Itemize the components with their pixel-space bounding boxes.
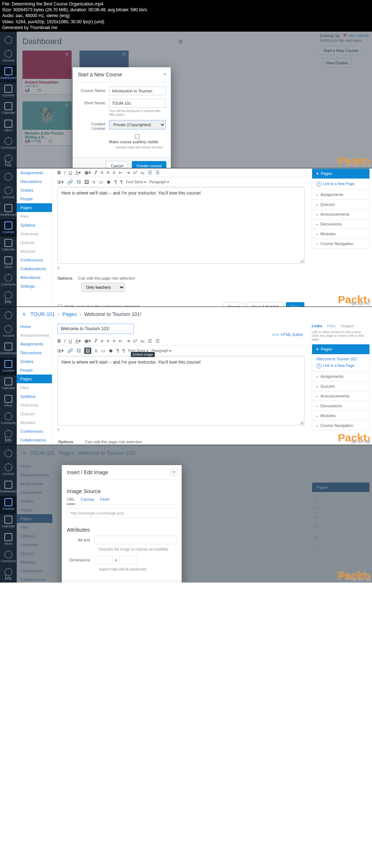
bgcolor-icon[interactable]: ▣▾ — [84, 338, 91, 344]
rhs-page-link[interactable]: Welcome to Tourism 101! — [316, 357, 365, 361]
coursenav-collaborations[interactable]: Collaborations — [17, 264, 52, 273]
outdent-icon[interactable]: ⇤ — [119, 170, 123, 175]
rhs-tab-images[interactable]: Images — [341, 324, 354, 328]
close-icon[interactable]: × — [163, 71, 166, 77]
navrail-account[interactable]: Account — [0, 461, 17, 479]
html-editor-link[interactable]: HTML Editor — [272, 332, 303, 337]
cancel-button[interactable]: Cancel — [106, 161, 128, 168]
rhs-tab-links[interactable]: Links — [312, 324, 322, 328]
link-new-page[interactable]: Link to a New Page — [323, 364, 355, 368]
rhs-row-announcements[interactable]: Announcements — [312, 209, 369, 219]
height-input[interactable] — [119, 556, 137, 564]
navrail-dashboard[interactable]: Dashboard — [0, 202, 17, 219]
close-icon[interactable]: × — [171, 469, 177, 475]
sub-icon[interactable]: x₂ — [141, 170, 145, 175]
navrail-calendar[interactable]: Calendar — [0, 375, 17, 393]
rtl-icon[interactable]: ¶ — [122, 348, 125, 353]
indent-icon[interactable]: ⇥ — [126, 170, 130, 175]
width-input[interactable] — [94, 556, 113, 564]
coursenav-files[interactable]: Files — [17, 212, 52, 221]
align-left-icon[interactable]: ≡ — [101, 170, 104, 175]
rhs-pages-header[interactable]: Pages — [321, 171, 332, 176]
font-size-select[interactable]: Font Sizes ▾ — [126, 180, 146, 184]
unlink-icon[interactable]: ⛓ — [76, 179, 81, 185]
rhs-row-quizzes[interactable]: Quizzes — [312, 381, 369, 391]
coursenav-pages[interactable]: Pages — [17, 375, 52, 383]
outdent-icon[interactable]: ⇤ — [119, 338, 123, 344]
navrail-courses[interactable]: Courses — [0, 83, 17, 100]
rhs-row-assignments[interactable]: Assignments — [312, 189, 369, 199]
coursenav-assignments[interactable]: Assignments — [17, 340, 52, 348]
coursenav-syllabus[interactable]: Syllabus — [17, 392, 52, 401]
table-icon[interactable]: ⊞▾ — [57, 348, 64, 353]
coursenav-discussions[interactable]: Discussions — [17, 348, 52, 357]
italic-icon[interactable]: I — [64, 338, 65, 344]
public-checkbox[interactable]: Make course publicly visible — [109, 135, 166, 144]
coursenav-settings[interactable]: Settings — [17, 282, 52, 291]
coursenav-quizzes[interactable]: Quizzes — [17, 409, 52, 418]
align-center-icon[interactable]: ≡ — [107, 170, 110, 175]
coursenav-modules[interactable]: Modules — [17, 247, 52, 256]
navrail-inbox[interactable]: Inbox — [0, 531, 17, 548]
coursenav-announcements[interactable]: Announcements — [17, 331, 52, 340]
navrail-calendar[interactable]: Calendar — [0, 513, 17, 531]
coursenav-quizzes[interactable]: Quizzes — [17, 238, 52, 247]
bold-icon[interactable]: B — [57, 338, 61, 344]
numbers-icon[interactable]: ☰ — [155, 170, 160, 175]
equation-icon[interactable]: π — [92, 179, 96, 185]
navrail-collapse[interactable]: |← — [0, 159, 17, 166]
indent-icon[interactable]: ⇥ — [126, 338, 130, 344]
navrail-commons[interactable]: Commons — [0, 272, 17, 289]
license-select[interactable]: Private (Copyrighted) — [109, 120, 166, 129]
course-name-input[interactable] — [109, 87, 166, 95]
coursenav-conferences[interactable]: Conferences — [17, 256, 52, 264]
navrail-account[interactable]: Account — [0, 48, 17, 65]
coursenav-home[interactable]: Home — [17, 322, 52, 331]
resize-handle[interactable] — [300, 421, 303, 424]
image-icon[interactable]: 🖼 — [84, 179, 89, 185]
rhs-row-quizzes[interactable]: Quizzes — [312, 199, 369, 209]
navrail-inbox[interactable]: Inbox — [0, 117, 17, 135]
rhs-row-discussions[interactable]: Discussions — [312, 401, 369, 411]
rhs-row-announcements[interactable]: Announcements — [312, 391, 369, 401]
clear-icon[interactable]: T̸ — [94, 170, 97, 175]
clear-icon[interactable]: T̸ — [94, 338, 97, 344]
short-name-input[interactable] — [109, 99, 166, 108]
rhs-row-assignments[interactable]: Assignments — [312, 371, 369, 381]
rhs-row-course-navigation[interactable]: Course Navigation — [312, 420, 369, 430]
navrail-logo[interactable] — [0, 171, 17, 184]
align-right-icon[interactable]: ≡ — [113, 170, 116, 175]
rhs-row-course-navigation[interactable]: Course Navigation — [312, 239, 369, 248]
navrail-account[interactable]: Account — [0, 323, 17, 340]
numbers-icon[interactable]: ☰ — [155, 338, 160, 344]
image-url-input[interactable]: http://example.com/image.png — [67, 508, 177, 518]
coursenav-people[interactable]: People — [17, 366, 52, 375]
resize-handle[interactable] — [300, 259, 303, 263]
source-tab-url[interactable]: URL — [67, 497, 75, 504]
align-center-icon[interactable]: ≡ — [107, 338, 110, 344]
rce-body[interactable]: Here is where we'll start -- and I'm you… — [57, 187, 304, 264]
navrail-collapse[interactable]: |← — [0, 298, 17, 304]
cancel-button[interactable]: Cancel — [223, 302, 245, 307]
create-course-button[interactable]: Create course — [132, 161, 166, 168]
coursenav-outcomes[interactable]: Outcomes — [17, 401, 52, 409]
navrail-courses[interactable]: Courses — [0, 358, 17, 375]
sub-icon[interactable]: x₂ — [141, 338, 145, 344]
rhs-row-discussions[interactable]: Discussions — [312, 219, 369, 229]
image-icon[interactable]: 🖼 — [84, 348, 91, 354]
navrail-commons[interactable]: Commons — [0, 410, 17, 428]
table-icon[interactable]: ⊞▾ — [57, 179, 64, 185]
coursenav-files[interactable]: Files — [17, 383, 52, 392]
navrail-collapse[interactable]: |← — [0, 574, 17, 580]
navrail-commons[interactable]: Commons — [0, 135, 17, 152]
bold-icon[interactable]: B — [57, 170, 61, 175]
save-button[interactable]: Save — [286, 302, 304, 307]
navrail-dashboard[interactable]: Dashboard — [0, 65, 17, 83]
source-tab-canvas[interactable]: Canvas — [81, 497, 94, 504]
coursenav-people[interactable]: People — [17, 195, 52, 203]
navrail-courses[interactable]: Courses — [0, 219, 17, 237]
coursenav-conferences[interactable]: Conferences — [17, 427, 52, 436]
italic-icon[interactable]: I — [64, 170, 65, 175]
bgcolor-icon[interactable]: ▣▾ — [84, 170, 91, 175]
coursenav-collaborations[interactable]: Collaborations — [17, 436, 52, 444]
